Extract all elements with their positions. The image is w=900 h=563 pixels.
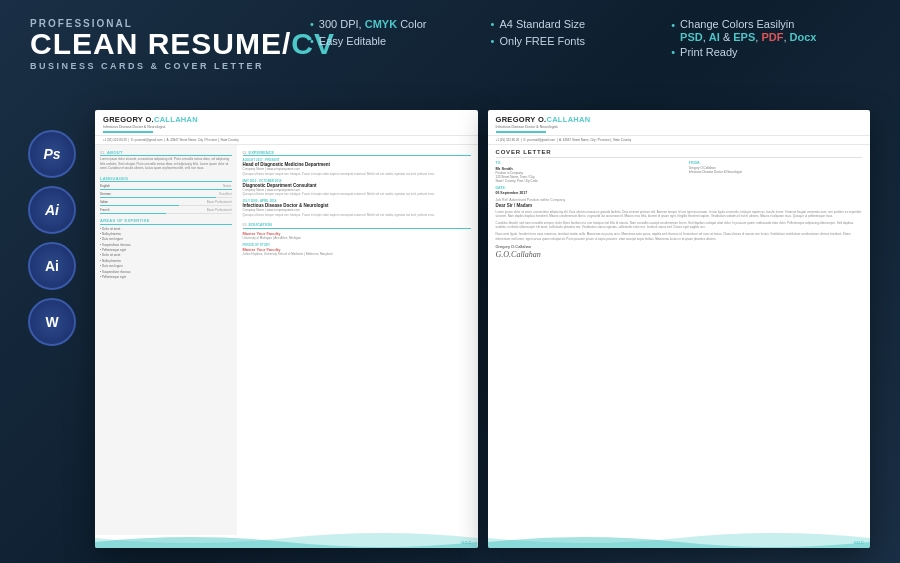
- section-experience-label: 02. EXPERIENCE: [243, 150, 472, 157]
- cover-date-section: DATE: 06 September 2017: [496, 186, 863, 195]
- subtitle: BUSINESS CARDS & COVER LETTER: [30, 61, 870, 71]
- edu-item-2: PERIOD OF STUDY Master Your Faculty John…: [243, 243, 472, 256]
- feature-a4: • A4 Standard Size: [491, 18, 652, 30]
- cover-job-title: Infectious Disease Doctor & Neurologist.: [496, 125, 863, 129]
- resume-right-column: 02. EXPERIENCE AUGUST 2017 - PRESENT Hea…: [237, 145, 478, 535]
- resume-footer-initials: GO.C: [461, 540, 471, 545]
- feature-col-1: • 300 DPI, CMYK Color • Easy Editable: [310, 18, 471, 58]
- exp-item-3: JULY 2009 - APRIL 2014 Infectious Diseas…: [243, 199, 472, 217]
- edu-item-1: Master Your Faculty University of Michig…: [243, 231, 472, 240]
- cover-paragraph-1: Lorem ipsum dolor sit amet, consectetur …: [496, 210, 863, 219]
- title-part1: CLEAN RESUME/: [30, 27, 291, 60]
- cover-letter-mockup: GREGORY O.CALLAHAN Infectious Disease Do…: [488, 110, 871, 548]
- resume-accent-line: [103, 131, 153, 133]
- feature-print: • Print Ready: [671, 46, 880, 58]
- cover-footer-initials: GO.C: [854, 540, 864, 545]
- languages-list: EnglishNative GermanExcellent ItalianBas…: [100, 184, 232, 214]
- cover-contact: +1 (91) 522.80.20 | E: yourmail@gmail.co…: [488, 136, 871, 145]
- cover-salutation: Dear Sir / Madam: [496, 203, 863, 208]
- word-icon: W: [28, 298, 76, 346]
- cover-to-section: TO: Mr Smith Position in Company 123 Str…: [496, 161, 669, 183]
- section-expertise-label: AREAS OF EXPERTISE: [100, 218, 232, 225]
- cover-paragraph-3: Nunc ante ligula, hendrerit nec risus ma…: [496, 232, 863, 241]
- cover-sign-name: Gregory O.Callahan: [496, 244, 863, 249]
- cover-name-part1: GREGORY O.: [496, 115, 547, 124]
- illustrator-icon: Ai: [28, 186, 76, 234]
- feature-easy-edit: • Easy Editable: [310, 35, 471, 47]
- acrobat-icon: Ai: [28, 242, 76, 290]
- cover-letter-heading: COVER LETTER: [496, 149, 863, 158]
- resume-job-title: Infectious Disease Doctor & Neurologist.: [103, 125, 470, 129]
- mockups-container: GREGORY O.CALLAHAN Infectious Disease Do…: [95, 110, 870, 548]
- resume-contact: +1 (91) 522.80.20 | E: yourmail@gmail.co…: [95, 136, 478, 145]
- resume-mockup: GREGORY O.CALLAHAN Infectious Disease Do…: [95, 110, 478, 548]
- app-icons-container: Ps Ai Ai W: [28, 130, 76, 346]
- cover-from-section: FROM: Gregory O.Callahan Infectious Dise…: [689, 161, 862, 183]
- feature-fonts: • Only FREE Fonts: [491, 35, 652, 47]
- cover-accent-line: [496, 131, 546, 133]
- cover-to-from-container: TO: Mr Smith Position in Company 123 Str…: [496, 161, 863, 183]
- resume-name-callahan: CALLAHAN: [154, 115, 198, 124]
- exp-item-1: AUGUST 2017 - PRESENT Head of Diagnostic…: [243, 158, 472, 176]
- resume-name-part1: GREGORY O.: [103, 115, 154, 124]
- cover-signature: G.O.Callahan: [496, 250, 863, 259]
- resume-left-column: 01. ABOUT Lorem ipsum dolor sit amet, co…: [95, 145, 237, 535]
- feature-col-3: • Change Colors Easilyin PSD, AI & EPS, …: [671, 18, 880, 58]
- photoshop-icon: Ps: [28, 130, 76, 178]
- section-languages-label: LANGUAGES: [100, 176, 232, 183]
- expertise-list: • Dolor sit amet • Nulla pharetra • Duis…: [100, 227, 232, 281]
- section-about-label: 01. ABOUT: [100, 150, 232, 157]
- feature-colors: • Change Colors Easilyin PSD, AI & EPS, …: [671, 18, 880, 43]
- resume-wave-decoration: [95, 528, 478, 548]
- cover-wave-decoration: [488, 528, 871, 548]
- section-about-text: Lorem ipsum dolor sit amet, consectetur …: [100, 157, 232, 171]
- exp-item-2: MAY 2012 - OCTOBER 2014 Diagnostic Depar…: [243, 179, 472, 197]
- cover-name-callahan: CALLAHAN: [546, 115, 590, 124]
- features-container: • 300 DPI, CMYK Color • Easy Editable • …: [310, 18, 880, 58]
- feature-300dpi: • 300 DPI, CMYK Color: [310, 18, 471, 30]
- feature-col-2: • A4 Standard Size • Only FREE Fonts: [491, 18, 652, 58]
- cover-paragraph-2: Curabitur blandit, sed nam convallis sem…: [496, 221, 863, 230]
- section-education-label: 03. EDUCATION: [243, 222, 472, 229]
- cover-job-ref: Job Ref: Advertised Position within Comp…: [496, 198, 863, 202]
